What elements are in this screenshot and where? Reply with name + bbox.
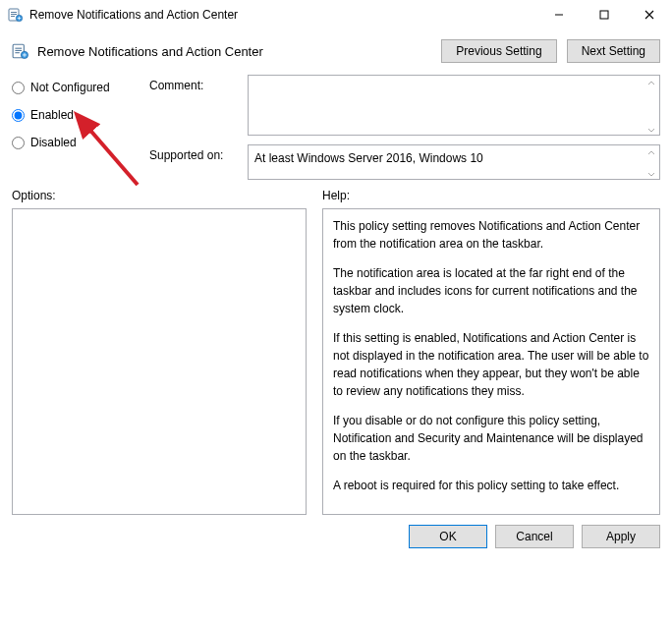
radio-disabled-input[interactable] — [12, 137, 25, 149]
window-title: Remove Notifications and Action Center — [29, 8, 238, 22]
supported-label: Supported on: — [149, 144, 248, 162]
svg-rect-3 — [11, 16, 15, 17]
config-area: Not Configured Enabled Disabled Comment:… — [0, 67, 672, 183]
radio-enabled[interactable]: Enabled — [12, 108, 149, 122]
state-radio-group: Not Configured Enabled Disabled — [12, 75, 149, 183]
window-controls — [536, 0, 672, 29]
close-button[interactable] — [627, 0, 672, 29]
policy-icon — [12, 42, 29, 60]
scroll-up-icon — [644, 77, 658, 90]
radio-not-configured[interactable]: Not Configured — [12, 81, 149, 94]
svg-rect-9 — [15, 52, 20, 53]
help-paragraph: If this setting is enabled, Notification… — [333, 329, 649, 400]
ok-button[interactable]: OK — [409, 525, 487, 548]
apply-button[interactable]: Apply — [582, 525, 660, 548]
scroll-up-icon — [644, 146, 658, 160]
help-panel: This policy setting removes Notification… — [322, 208, 660, 515]
minimize-button[interactable] — [536, 0, 582, 29]
radio-enabled-label: Enabled — [30, 108, 74, 122]
maximize-button[interactable] — [582, 0, 627, 29]
lower-panels: Options: Help: This policy setting remov… — [0, 183, 672, 515]
help-label: Help: — [322, 189, 660, 202]
help-paragraph: A reboot is required for this policy set… — [333, 477, 649, 494]
help-paragraph: If you disable or do not configure this … — [333, 412, 649, 465]
header-row: Remove Notifications and Action Center P… — [0, 29, 672, 67]
titlebar: Remove Notifications and Action Center — [0, 0, 672, 29]
radio-not-configured-input[interactable] — [12, 82, 25, 94]
scroll-down-icon — [644, 123, 658, 137]
radio-disabled-label: Disabled — [30, 136, 77, 149]
options-label: Options: — [12, 189, 307, 202]
svg-rect-2 — [11, 14, 17, 15]
svg-rect-8 — [15, 50, 22, 51]
radio-disabled[interactable]: Disabled — [12, 136, 149, 149]
policy-window-icon — [8, 7, 24, 23]
help-paragraph: This policy setting removes Notification… — [333, 217, 649, 253]
options-panel — [12, 208, 307, 515]
svg-rect-1 — [11, 12, 17, 13]
previous-setting-button[interactable]: Previous Setting — [441, 39, 556, 63]
svg-rect-7 — [15, 48, 22, 49]
cancel-button[interactable]: Cancel — [495, 525, 574, 548]
help-paragraph: The notification area is located at the … — [333, 264, 649, 317]
supported-on-box — [248, 144, 660, 180]
policy-title: Remove Notifications and Action Center — [37, 44, 263, 59]
radio-enabled-input[interactable] — [12, 109, 25, 122]
comment-label: Comment: — [149, 75, 248, 92]
footer-buttons: OK Cancel Apply — [0, 515, 672, 560]
comment-input[interactable] — [248, 75, 660, 136]
radio-not-configured-label: Not Configured — [30, 81, 110, 94]
scroll-down-icon — [644, 167, 658, 181]
svg-rect-5 — [600, 11, 608, 19]
next-setting-button[interactable]: Next Setting — [567, 39, 660, 63]
